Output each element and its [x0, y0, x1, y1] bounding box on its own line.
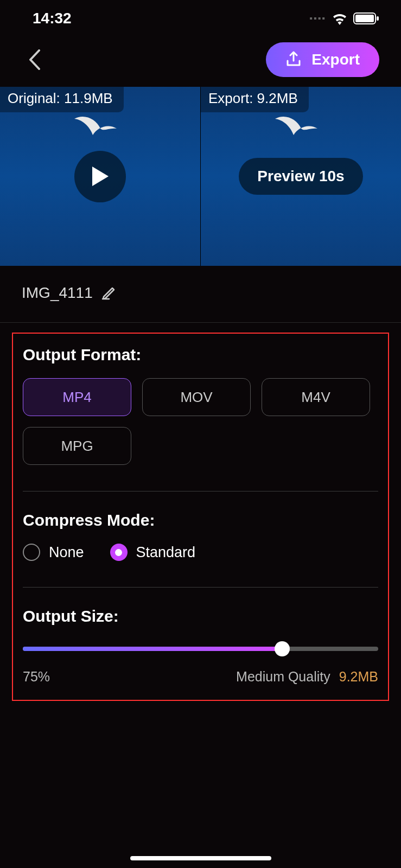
format-mov[interactable]: MOV [142, 378, 251, 416]
format-options: MP4 MOV M4V MPG [23, 378, 378, 465]
divider [23, 491, 378, 492]
preview-10s-button[interactable]: Preview 10s [239, 158, 362, 195]
battery-icon [353, 12, 379, 25]
edit-icon[interactable] [100, 285, 117, 301]
nav-bar: Export [0, 33, 401, 87]
slider-fill [23, 647, 282, 651]
compress-none-label: None [49, 544, 84, 561]
play-button[interactable] [74, 151, 126, 202]
preview-pill-label: Preview 10s [257, 168, 344, 184]
status-bar: 14:32 ▪▪▪▪ [0, 0, 401, 33]
status-time: 14:32 [33, 10, 72, 27]
compress-standard-label: Standard [136, 544, 196, 561]
wifi-icon [332, 12, 348, 25]
filename-row: IMG_4111 [0, 266, 401, 322]
format-mp4[interactable]: MP4 [23, 378, 131, 416]
format-m4v[interactable]: M4V [262, 378, 370, 416]
export-button[interactable]: Export [266, 42, 379, 77]
slider-track [23, 647, 378, 651]
home-indicator[interactable] [130, 856, 271, 860]
svg-rect-1 [355, 15, 374, 22]
export-preview[interactable]: Export: 9.2MB Preview 10s [201, 87, 401, 266]
compress-standard[interactable]: Standard [110, 544, 196, 561]
output-format-title: Output Format: [23, 346, 378, 364]
bird-graphic [71, 110, 130, 148]
bird-graphic [271, 110, 331, 148]
format-mpg[interactable]: MPG [23, 427, 131, 465]
preview-row: Original: 11.9MB Export: 9.2MB Preview 1… [0, 87, 401, 266]
compress-options: None Standard [23, 544, 378, 561]
divider [0, 322, 401, 323]
export-icon [285, 51, 302, 68]
output-percent: 75% [23, 669, 50, 685]
cellular-icon: ▪▪▪▪ [309, 14, 326, 23]
svg-rect-2 [377, 16, 379, 21]
radio-checked-icon [110, 544, 128, 561]
back-button[interactable] [24, 49, 46, 71]
export-button-label: Export [311, 51, 360, 68]
original-preview[interactable]: Original: 11.9MB [0, 87, 201, 266]
output-size-slider[interactable] [23, 641, 378, 657]
output-size-title: Output Size: [23, 607, 378, 626]
filename-label: IMG_4111 [22, 284, 93, 302]
slider-thumb[interactable] [275, 641, 290, 656]
options-panel: Output Format: MP4 MOV M4V MPG Compress … [12, 333, 389, 701]
original-size-label: Original: 11.9MB [0, 87, 124, 112]
compress-mode-title: Compress Mode: [23, 511, 378, 529]
divider [23, 587, 378, 588]
slider-labels: 75% Medium Quality 9.2MB [23, 669, 378, 685]
output-size-value: 9.2MB [339, 669, 378, 685]
play-icon [91, 165, 110, 187]
radio-unchecked-icon [23, 544, 40, 561]
status-icons: ▪▪▪▪ [309, 12, 379, 25]
chevron-left-icon [28, 49, 41, 70]
output-quality-label: Medium Quality [236, 669, 330, 685]
export-size-label: Export: 9.2MB [201, 87, 309, 112]
compress-none[interactable]: None [23, 544, 84, 561]
